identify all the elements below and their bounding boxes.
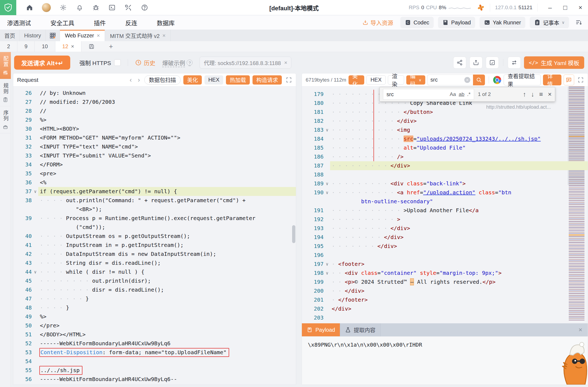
save-icon[interactable] [81,41,102,52]
force-https-checkbox[interactable] [114,59,121,66]
match-case-toggle[interactable]: Aa [450,91,456,97]
subtab-close-icon[interactable]: × [71,43,74,50]
view-extract-button[interactable]: 查看提取结果 [504,75,541,85]
req-btn-美化[interactable]: 美化 [183,75,202,85]
fold-chevron-icon[interactable]: ∨ [32,267,38,276]
blast-example-link[interactable]: 爆破示例 ? [162,59,193,67]
notepad-button[interactable]: 记事本∨ [530,17,569,28]
tab-grid-icon[interactable] [46,30,60,41]
fold-chevron-icon[interactable]: ∨ [324,179,330,188]
payload-close-icon[interactable]: × [579,326,588,334]
chrome-icon[interactable] [493,75,501,85]
menu-item[interactable]: 反连 [125,18,137,27]
detail-button[interactable]: 详情 [543,75,561,85]
tab-home[interactable]: 首页 [0,30,20,41]
avatar[interactable] [42,3,51,12]
terminal-icon[interactable] [108,4,116,12]
tools-icon[interactable] [124,4,132,12]
add-fuzzer-tab-button[interactable]: + [102,41,120,52]
sort-list-icon[interactable] [575,18,583,27]
resp-btn-渲染[interactable]: 渲染 [388,75,404,85]
response-search-input[interactable]: src × [427,75,473,85]
fold-chevron-icon[interactable]: ∨ [324,269,330,278]
resp-btn-美化[interactable]: 美化 [349,75,364,85]
regex-toggle[interactable]: .* [467,91,471,97]
packet-scan-button[interactable]: 数据包扫描 [144,75,181,85]
tab-close-icon[interactable]: × [162,33,166,39]
find-prev-icon[interactable]: ↑ [523,91,526,98]
search-button[interactable] [473,75,485,85]
side-tab-规则[interactable]: 规则 [0,79,11,106]
fuzzer-subtab-10[interactable]: 10 [35,41,55,52]
req-btn-构造请求[interactable]: 构造请求 [253,75,282,85]
code-line: btn-outline-secondary" [302,197,588,206]
next-icon[interactable]: › [136,76,142,84]
code-line: 192· · · · · · · · · · > [302,215,588,224]
share-icon[interactable] [453,57,466,69]
swap-icon[interactable] [508,57,521,69]
home-icon[interactable] [25,4,34,12]
fuzzer-subtab-2[interactable]: 2 [0,41,17,52]
minimize-button[interactable]: – [542,0,558,15]
yakit-shield-logo[interactable] [0,0,16,15]
export-icon[interactable] [469,57,482,69]
req-btn-热加载[interactable]: 热加载 [226,75,250,85]
tab-web-fuzzer[interactable]: Web Fuzzer× [60,30,105,41]
payload-tab-payload[interactable]: Payload [302,323,340,336]
find-input[interactable]: src Aa ab .* [383,89,474,100]
line-number-gutter: 201 [302,295,330,304]
codec-button[interactable]: CCodec [400,17,434,28]
payload-button[interactable]: Payload [438,17,475,28]
side-tab-配置[interactable]: 配置 [0,52,11,79]
edit-icon[interactable] [486,57,499,69]
yak-pinwheel-icon[interactable] [477,4,485,12]
fold-chevron-icon[interactable]: ∨ [324,260,330,269]
menu-item[interactable]: 数据库 [157,18,175,27]
menu-item[interactable]: 插件 [94,18,106,27]
help-icon[interactable] [140,4,149,12]
find-next-icon[interactable]: ↓ [531,91,534,98]
proxy-tag[interactable]: 代理: socks5://192.168.8.3:1188 × [200,57,291,69]
response-editor[interactable]: src Aa ab .* 1 of 2 ↑ ↓ ≡ × http://strut… [302,86,588,321]
menu-item[interactable]: 安全工具 [50,18,74,27]
find-close-icon[interactable]: × [548,91,552,98]
resp-btn-hex[interactable]: HEX [366,75,386,85]
side-tab-序列[interactable]: 序列 [0,106,11,133]
fold-chevron-icon[interactable]: ∨ [324,125,330,134]
generate-yaml-button[interactable]: </> 生成 Yaml 模板 [524,56,584,69]
request-editor[interactable]: 26// by: Unknown27// modified: 27/06/200… [13,86,296,383]
line-number-gutter: 200 [302,286,330,295]
maximize-button[interactable]: □ [558,0,573,15]
bug-icon[interactable] [92,4,100,12]
tab-history[interactable]: History [20,30,46,41]
fold-chevron-icon[interactable]: ∨ [324,188,330,197]
code-line: 191· · · · · · · · · · · >Upload Another… [302,206,588,215]
code-text: </pre> [38,321,296,330]
import-resource-button[interactable]: 导入资源 [362,18,393,27]
menu-item[interactable]: 渗透测试 [7,18,31,27]
tab-close-icon[interactable]: × [97,33,100,39]
yak-runner-button[interactable]: Yak Runner [480,17,525,28]
resp-btn-编码[interactable]: 编码∨ [406,75,425,85]
code-line: 34</FORM> [13,160,296,169]
prev-icon[interactable]: ‹ [128,76,133,84]
fuzzer-subtab-12[interactable]: 12× [55,41,82,52]
feedback-icon[interactable] [564,75,574,85]
close-button[interactable]: × [573,0,588,15]
fold-chevron-icon[interactable]: ∨ [32,187,38,196]
search-clear-icon[interactable]: × [464,77,470,83]
req-btn-hex[interactable]: HEX [204,75,223,85]
tab-mitm-交互式劫持-v2[interactable]: MITM 交互式劫持 v2× [105,30,171,41]
send-request-button[interactable]: 发送请求 Alt+↵ [14,56,70,70]
proxy-remove-icon[interactable]: × [284,60,287,66]
response-fullscreen-icon[interactable] [577,77,584,83]
find-in-selection-icon[interactable]: ≡ [539,91,543,98]
bell-icon[interactable] [75,4,84,12]
gear-icon[interactable] [59,4,67,12]
whole-word-toggle[interactable]: ab [459,91,464,97]
fullscreen-icon[interactable] [286,77,292,83]
payload-tab-提取内容[interactable]: 提取内容 [340,323,381,336]
code-line: 35<pre> [13,169,296,178]
history-button[interactable]: 历史 [135,59,155,67]
fuzzer-subtab-9[interactable]: 9 [17,41,35,52]
